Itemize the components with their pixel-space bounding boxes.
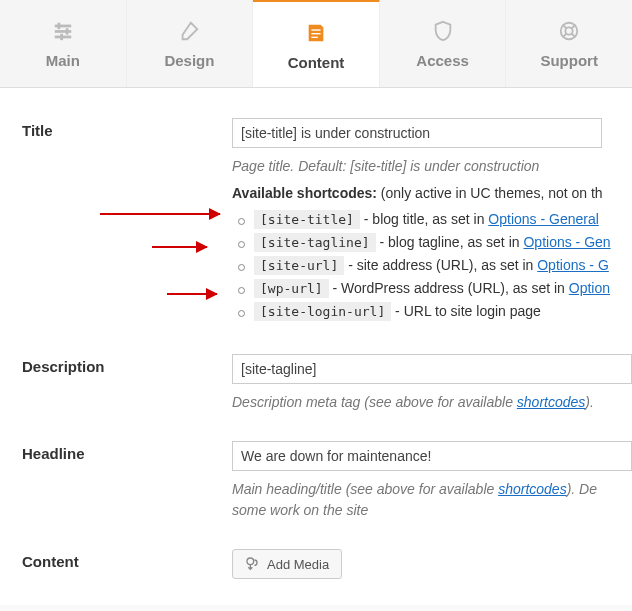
tab-content[interactable]: Content <box>253 0 380 87</box>
description-input[interactable] <box>232 354 632 384</box>
shortcode-code: [wp-url] <box>254 279 329 298</box>
add-media-label: Add Media <box>267 557 329 572</box>
available-shortcodes-label: Available shortcodes: <box>232 185 377 201</box>
headline-hint: Main heading/title (see above for availa… <box>232 479 632 521</box>
row-title: Title Page title. Default: [site-title] … <box>22 118 632 326</box>
shortcode-list: [site-title] - blog title, as set in Opt… <box>232 211 632 319</box>
list-item: [site-title] - blog title, as set in Opt… <box>232 211 632 227</box>
svg-line-13 <box>563 34 567 38</box>
shortcode-code: [site-title] <box>254 210 360 229</box>
svg-rect-6 <box>311 29 320 30</box>
svg-line-12 <box>572 25 576 29</box>
tabs-nav: Main Design Content Access Support <box>0 0 632 88</box>
svg-rect-8 <box>311 37 317 38</box>
shortcode-link[interactable]: Options - General <box>488 211 599 227</box>
svg-line-14 <box>572 34 576 38</box>
svg-rect-1 <box>55 30 72 33</box>
list-item: [site-login-url] - URL to site login pag… <box>232 303 632 319</box>
add-media-button[interactable]: Add Media <box>232 549 342 579</box>
title-input[interactable] <box>232 118 602 148</box>
tab-access[interactable]: Access <box>380 0 507 87</box>
svg-point-10 <box>566 27 573 34</box>
row-description: Description Description meta tag (see ab… <box>22 354 632 413</box>
content-panel: Title Page title. Default: [site-title] … <box>0 88 632 605</box>
shortcode-desc: - URL to site login page <box>391 303 541 319</box>
lifebuoy-icon <box>558 20 580 42</box>
tab-label: Main <box>46 52 80 69</box>
media-icon <box>245 556 261 572</box>
description-label: Description <box>22 354 232 413</box>
shield-icon <box>432 20 454 42</box>
svg-rect-7 <box>311 33 320 34</box>
document-icon <box>305 22 327 44</box>
list-item: [site-url] - site address (URL), as set … <box>232 257 632 273</box>
svg-rect-0 <box>55 25 72 28</box>
tab-design[interactable]: Design <box>127 0 254 87</box>
svg-rect-3 <box>57 23 60 29</box>
tab-main[interactable]: Main <box>0 0 127 87</box>
shortcode-desc: - blog title, as set in <box>360 211 488 227</box>
tab-label: Support <box>540 52 598 69</box>
tab-support[interactable]: Support <box>506 0 632 87</box>
content-label: Content <box>22 549 232 579</box>
annotation-arrow <box>152 246 207 248</box>
shortcode-desc: - WordPress address (URL), as set in <box>329 280 569 296</box>
description-hint: Description meta tag (see above for avai… <box>232 392 632 413</box>
shortcodes-link[interactable]: shortcodes <box>498 481 566 497</box>
list-item: [site-tagline] - blog tagline, as set in… <box>232 234 632 250</box>
available-shortcodes-line: Available shortcodes: (only active in UC… <box>232 185 632 201</box>
tab-label: Content <box>288 54 345 71</box>
tab-label: Design <box>164 52 214 69</box>
shortcode-desc: - blog tagline, as set in <box>376 234 524 250</box>
shortcodes-link[interactable]: shortcodes <box>517 394 585 410</box>
svg-line-11 <box>563 25 567 29</box>
shortcode-link[interactable]: Option <box>569 280 610 296</box>
brush-icon <box>178 20 200 42</box>
shortcode-desc: - site address (URL), as set in <box>344 257 537 273</box>
shortcode-code: [site-tagline] <box>254 233 376 252</box>
title-hint: Page title. Default: [site-title] is und… <box>232 156 632 177</box>
list-item: [wp-url] - WordPress address (URL), as s… <box>232 280 632 296</box>
available-shortcodes-note: (only active in UC themes, not on th <box>377 185 603 201</box>
shortcode-code: [site-login-url] <box>254 302 391 321</box>
shortcode-link[interactable]: Options - Gen <box>523 234 610 250</box>
row-headline: Headline Main heading/title (see above f… <box>22 441 632 521</box>
annotation-arrow <box>100 213 220 215</box>
headline-label: Headline <box>22 441 232 521</box>
svg-rect-4 <box>66 28 69 34</box>
headline-input[interactable] <box>232 441 632 471</box>
shortcode-code: [site-url] <box>254 256 344 275</box>
svg-point-15 <box>247 558 254 565</box>
annotation-arrow <box>167 293 217 295</box>
row-content: Content Add Media <box>22 549 632 579</box>
sliders-icon <box>52 20 74 42</box>
svg-rect-5 <box>60 34 63 40</box>
shortcode-link[interactable]: Options - G <box>537 257 609 273</box>
tab-label: Access <box>416 52 469 69</box>
